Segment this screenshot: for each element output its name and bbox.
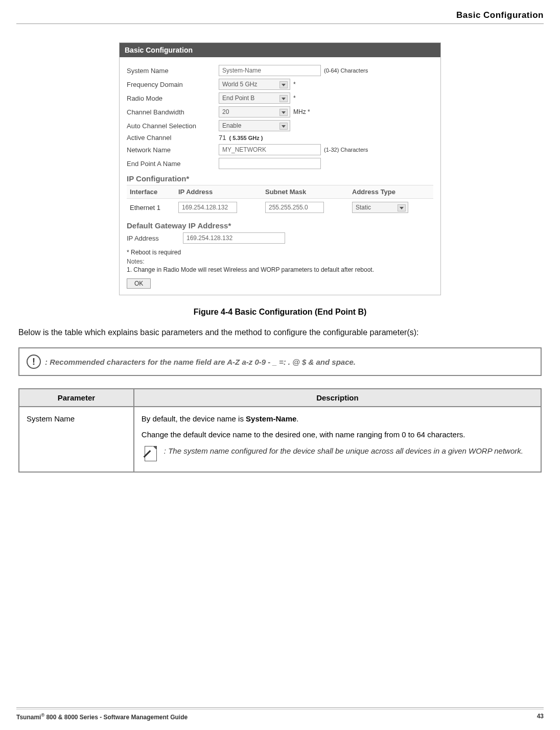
- subnet-mask-input[interactable]: [265, 202, 324, 213]
- header-rule: [16, 23, 544, 24]
- ip-if-value: Ethernet 1: [127, 204, 175, 211]
- config-screenshot: Basic Configuration System Name (0-64) C…: [119, 42, 441, 295]
- col-parameter: Parameter: [19, 389, 134, 407]
- note-icon: [142, 446, 159, 464]
- table-row: System Name By default, the device name …: [19, 407, 541, 472]
- ch-bw-label: Channel Bandwidth: [127, 108, 219, 116]
- page-footer: Tsunami® 800 & 8000 Series - Software Ma…: [16, 708, 544, 721]
- page-header-title: Basic Configuration: [16, 10, 544, 20]
- system-name-label: System Name: [127, 67, 219, 75]
- param-description: By default, the device name is System-Na…: [134, 407, 541, 472]
- radio-mode-label: Radio Mode: [127, 95, 219, 102]
- chevron-down-icon: [282, 125, 286, 128]
- system-name-input[interactable]: [219, 65, 321, 76]
- epa-name-input[interactable]: [219, 158, 321, 169]
- radio-mode-select[interactable]: End Point B: [219, 92, 290, 104]
- ch-bw-suffix: MHz *: [293, 108, 310, 115]
- freq-domain-suffix: *: [293, 81, 296, 88]
- ip-table-row: Ethernet 1 Static: [127, 199, 433, 216]
- chevron-down-icon: [282, 111, 286, 114]
- footer-page-number: 43: [537, 713, 544, 721]
- system-name-hint: (0-64) Characters: [324, 67, 368, 74]
- reboot-note: * Reboot is required: [127, 249, 433, 256]
- active-ch-value: 71: [219, 134, 226, 142]
- ok-button[interactable]: OK: [127, 278, 151, 289]
- gw-ip-input[interactable]: [183, 232, 285, 244]
- footer-left: Tsunami® 800 & 8000 Series - Software Ma…: [16, 713, 188, 721]
- active-ch-label: Active Channel: [127, 134, 219, 142]
- auto-ch-label: Auto Channel Selection: [127, 122, 219, 130]
- chevron-down-icon: [400, 207, 404, 209]
- notes-label: Notes:: [127, 258, 433, 265]
- net-name-hint: (1-32) Characters: [324, 147, 368, 153]
- parameter-table: Parameter Description System Name By def…: [18, 388, 542, 473]
- ip-address-input[interactable]: [178, 202, 237, 213]
- freq-domain-label: Frequency Domain: [127, 81, 219, 88]
- figure-caption: Figure 4-4 Basic Configuration (End Poin…: [16, 308, 544, 317]
- recommendation-callout: ! : Recommended characters for the name …: [18, 347, 542, 376]
- ip-section-title: IP Configuration*: [127, 174, 433, 183]
- net-name-input[interactable]: [219, 144, 321, 155]
- address-type-select[interactable]: Static: [352, 202, 408, 213]
- ip-table-header: Interface IP Address Subnet Mask Address…: [127, 185, 433, 199]
- warning-icon: !: [27, 355, 41, 369]
- freq-domain-select[interactable]: World 5 GHz: [219, 79, 290, 90]
- notes-text: 1. Change in Radio Mode will reset Wirel…: [127, 266, 433, 273]
- panel-titlebar: Basic Configuration: [120, 43, 440, 57]
- gw-ip-label: IP Address: [127, 234, 183, 242]
- active-ch-suffix: ( 5.355 GHz ): [229, 135, 263, 141]
- chevron-down-icon: [282, 98, 286, 100]
- chevron-down-icon: [282, 84, 286, 86]
- note-text: : The system name configured for the dev…: [164, 446, 523, 456]
- intro-text: Below is the table which explains basic …: [16, 328, 544, 337]
- net-name-label: Network Name: [127, 146, 219, 154]
- callout-text: : Recommended characters for the name fi…: [45, 358, 356, 366]
- epa-name-label: End Point A Name: [127, 160, 219, 168]
- ch-bw-select[interactable]: 20: [219, 106, 290, 117]
- radio-mode-suffix: *: [293, 95, 296, 102]
- param-name: System Name: [19, 407, 134, 472]
- col-description: Description: [134, 389, 541, 407]
- gw-section-title: Default Gateway IP Address*: [127, 221, 433, 230]
- auto-ch-select[interactable]: Enable: [219, 120, 290, 131]
